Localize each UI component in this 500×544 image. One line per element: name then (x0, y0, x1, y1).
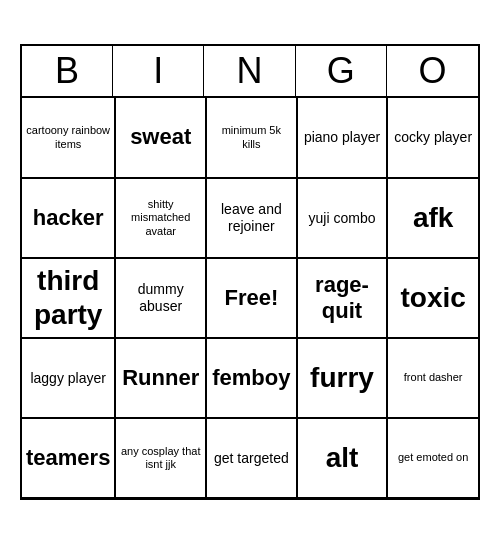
cell-text: yuji combo (309, 210, 376, 227)
bingo-cell: sweat (115, 98, 206, 178)
bingo-cell: any cosplay that isnt jjk (115, 418, 206, 498)
cell-text: afk (413, 201, 453, 235)
bingo-cell: teamers (22, 418, 115, 498)
bingo-cell: furry (297, 338, 388, 418)
cell-text: get targeted (214, 450, 289, 467)
bingo-cell: alt (297, 418, 388, 498)
bingo-cell: afk (387, 178, 478, 258)
cell-text: front dasher (404, 371, 463, 384)
cell-text: get emoted on (398, 451, 468, 464)
bingo-grid: cartoony rainbow itemssweatminimum 5k ki… (22, 98, 478, 498)
cell-text: Free! (224, 285, 278, 311)
cell-text: teamers (26, 445, 110, 471)
bingo-header: BINGO (22, 46, 478, 98)
cell-text: third party (26, 264, 110, 331)
cell-text: laggy player (30, 370, 106, 387)
bingo-cell: laggy player (22, 338, 115, 418)
cell-text: femboy (212, 365, 290, 391)
cell-text: rage-quit (302, 272, 383, 325)
header-letter: B (22, 46, 113, 96)
bingo-cell: leave and rejoiner (206, 178, 297, 258)
bingo-cell: get emoted on (387, 418, 478, 498)
cell-text: alt (326, 441, 359, 475)
cell-text: leave and rejoiner (211, 201, 292, 235)
bingo-cell: cocky player (387, 98, 478, 178)
cell-text: furry (310, 361, 374, 395)
header-letter: I (113, 46, 204, 96)
bingo-cell: toxic (387, 258, 478, 338)
header-letter: O (387, 46, 478, 96)
bingo-card: BINGO cartoony rainbow itemssweatminimum… (20, 44, 480, 500)
header-letter: G (296, 46, 387, 96)
bingo-cell: rage-quit (297, 258, 388, 338)
bingo-cell: shitty mismatched avatar (115, 178, 206, 258)
bingo-cell: minimum 5k kills (206, 98, 297, 178)
cell-text: shitty mismatched avatar (120, 198, 201, 238)
header-letter: N (204, 46, 295, 96)
cell-text: toxic (400, 281, 465, 315)
bingo-cell: get targeted (206, 418, 297, 498)
bingo-cell: femboy (206, 338, 297, 418)
cell-text: dummy abuser (120, 281, 201, 315)
bingo-cell: Free! (206, 258, 297, 338)
bingo-cell: yuji combo (297, 178, 388, 258)
bingo-cell: Runner (115, 338, 206, 418)
cell-text: cartoony rainbow items (26, 124, 110, 150)
cell-text: Runner (122, 365, 199, 391)
cell-text: hacker (33, 205, 104, 231)
cell-text: piano player (304, 129, 380, 146)
cell-text: sweat (130, 124, 191, 150)
bingo-cell: dummy abuser (115, 258, 206, 338)
bingo-cell: piano player (297, 98, 388, 178)
cell-text: any cosplay that isnt jjk (120, 445, 201, 471)
bingo-cell: cartoony rainbow items (22, 98, 115, 178)
bingo-cell: front dasher (387, 338, 478, 418)
bingo-cell: hacker (22, 178, 115, 258)
bingo-cell: third party (22, 258, 115, 338)
cell-text: cocky player (394, 129, 472, 146)
cell-text: minimum 5k kills (211, 124, 292, 150)
